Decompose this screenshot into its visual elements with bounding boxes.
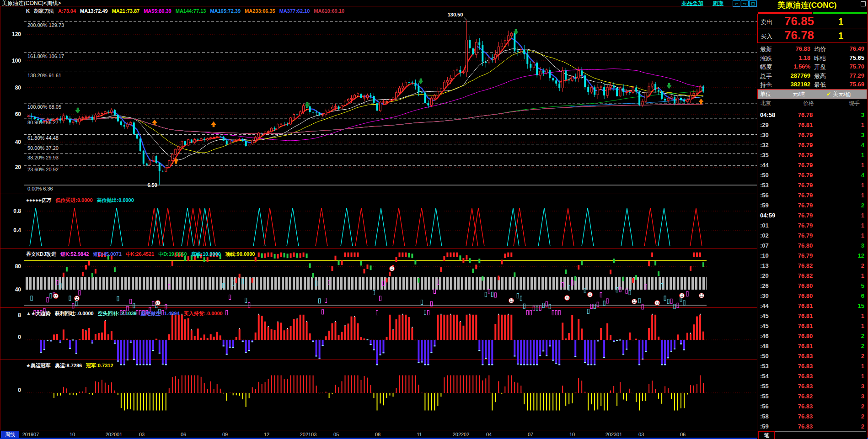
indicator-value: MA610:69.10 — [314, 9, 344, 14]
tick-row[interactable]: :55 76.83 3 — [757, 381, 867, 391]
tick-price: 76.81 — [789, 323, 821, 329]
svg-text:6.50: 6.50 — [147, 182, 157, 188]
tick-volume: 3 — [861, 383, 864, 390]
info-value: 287769 — [777, 72, 810, 79]
indicator-value: MA55:80.39 — [144, 9, 171, 14]
smiley-signal-icon — [632, 299, 637, 304]
tick-row[interactable]: 04:58 76.78 3 — [757, 110, 867, 120]
tick-time: :32 — [760, 142, 769, 148]
tick-row[interactable]: :35 76.79 1 — [757, 150, 867, 160]
tick-row[interactable]: :53 76.83 1 — [757, 361, 867, 371]
bid-price[interactable]: 76.78 — [784, 29, 814, 41]
tick-row[interactable]: :53 76.79 1 — [757, 180, 867, 190]
info-value: 75.69 — [831, 81, 864, 88]
tick-row[interactable]: :20 76.82 1 — [757, 270, 867, 280]
tick-time: :44 — [760, 302, 769, 309]
unit-option-yuan[interactable]: 元/吨 — [793, 91, 805, 97]
tick-time: :13 — [760, 262, 769, 269]
tick-time: :35 — [760, 152, 769, 159]
unit-selector-row[interactable]: 单位 元/吨 ✔ 美元/桶 — [757, 89, 867, 99]
tab-bi[interactable]: 笔 — [758, 431, 775, 439]
tick-price: 76.81 — [789, 302, 821, 309]
tick-volume: 2 — [861, 413, 864, 420]
tick-row[interactable]: :56 76.79 1 — [757, 190, 867, 200]
tick-time: :55 — [760, 383, 769, 390]
tick-row[interactable]: :50 76.79 4 — [757, 170, 867, 180]
tick-row[interactable]: :30 76.79 3 — [757, 130, 867, 140]
tick-price: 76.82 — [789, 272, 821, 279]
indicator-value: MA21:73.87 — [112, 9, 140, 14]
smiley-signal-icon — [390, 266, 395, 271]
tick-row[interactable]: :55 76.82 3 — [757, 391, 867, 401]
tick-volume: 1 — [861, 232, 864, 239]
svg-text:130.50: 130.50 — [448, 12, 463, 17]
tick-row[interactable]: :54 76.83 1 — [757, 371, 867, 381]
tick-volume: 1 — [861, 323, 864, 329]
smiley-signal-icon — [680, 293, 685, 298]
tick-list[interactable]: 04:58 76.78 3:29 76.81 1:30 76.79 3:32 7… — [757, 110, 867, 431]
tick-volume: 1 — [861, 122, 864, 128]
smiley-signal-icon — [699, 293, 704, 298]
tick-row[interactable]: :10 76.79 12 — [757, 250, 867, 260]
tick-columns-header: 北京 价格 现手 — [757, 100, 867, 108]
tick-row[interactable]: :02 76.79 1 — [757, 230, 867, 240]
tick-volume: 1 — [861, 272, 864, 279]
tick-price: 76.80 — [789, 282, 821, 289]
tick-row[interactable]: 04:59 76.79 1 — [757, 210, 867, 220]
tick-time: :29 — [760, 122, 769, 128]
tick-row[interactable]: :32 76.79 4 — [757, 140, 867, 150]
tick-row[interactable]: :44 76.81 15 — [757, 301, 867, 311]
tick-price: 76.83 — [789, 413, 821, 420]
tick-row[interactable]: :48 76.81 2 — [757, 341, 867, 351]
col-time: 北京 — [760, 100, 771, 106]
indicator-value: 底线:10.0000 — [191, 252, 221, 257]
tick-volume: 6 — [861, 292, 864, 299]
unit-label: 单位 — [760, 91, 771, 97]
tick-row[interactable]: :44 76.79 1 — [757, 160, 867, 170]
tick-price: 76.79 — [789, 202, 821, 209]
kdj-indicator-header: 界文KDJ改进短K:52.9842短D:45.0071中K:26.4521中D:… — [26, 250, 259, 257]
tick-row[interactable]: :59 76.79 2 — [757, 200, 867, 210]
info-label: 均价 — [814, 45, 826, 53]
tick-time: :07 — [760, 242, 769, 249]
tick-row[interactable]: :50 76.83 2 — [757, 351, 867, 361]
tick-row[interactable]: :59 76.83 2 — [757, 421, 867, 431]
info-label: 涨跌 — [760, 54, 772, 63]
tick-volume: 12 — [858, 252, 864, 259]
tick-row[interactable]: :26 76.80 5 — [757, 280, 867, 291]
bid-label: 买入 — [761, 32, 772, 41]
smiley-signal-icon — [565, 296, 570, 301]
tick-price: 76.79 — [789, 222, 821, 229]
tick-row[interactable]: :45 76.81 1 — [757, 321, 867, 331]
bid-ask-box: 卖出 76.85 1 买入 76.78 1 — [757, 14, 868, 43]
tick-time: :55 — [760, 393, 769, 400]
tick-time: :26 — [760, 282, 769, 289]
chart-canvas[interactable]: 130.506.50 — [0, 0, 757, 438]
detach-window-icon[interactable] — [861, 1, 866, 6]
tick-volume: 1 — [861, 222, 864, 229]
right-border — [867, 0, 868, 439]
indicator-value: ▲★大趋势 — [26, 311, 51, 316]
tick-volume: 2 — [861, 403, 864, 410]
tick-row[interactable]: :01 76.79 1 — [757, 220, 867, 230]
tick-row[interactable]: :13 76.82 2 — [757, 260, 867, 270]
tick-row[interactable]: :29 76.81 1 — [757, 120, 867, 130]
tick-row[interactable]: :46 76.80 2 — [757, 331, 867, 341]
indicator-value: MA233:66.35 — [245, 9, 275, 14]
tick-price: 76.83 — [789, 373, 821, 380]
tick-row[interactable]: :58 76.83 2 — [757, 411, 867, 421]
unit-option-usd[interactable]: 美元/桶 — [833, 91, 851, 97]
tick-price: 76.79 — [789, 142, 821, 148]
info-value: 382192 — [777, 81, 810, 88]
tick-time: :46 — [760, 333, 769, 339]
tick-row[interactable]: :07 76.80 3 — [757, 240, 867, 250]
tick-row[interactable]: :30 76.80 6 — [757, 291, 867, 301]
indicator-value: K — [26, 9, 30, 14]
tick-row[interactable]: :56 76.83 2 — [757, 401, 867, 411]
tick-price: 76.79 — [789, 212, 821, 219]
info-label: 最高 — [814, 72, 826, 80]
ask-price[interactable]: 76.85 — [784, 15, 814, 27]
indicator-value: ●●●●●亿万 — [26, 198, 51, 203]
tick-volume: 3 — [861, 111, 864, 118]
tick-row[interactable]: :45 76.81 1 — [757, 311, 867, 321]
